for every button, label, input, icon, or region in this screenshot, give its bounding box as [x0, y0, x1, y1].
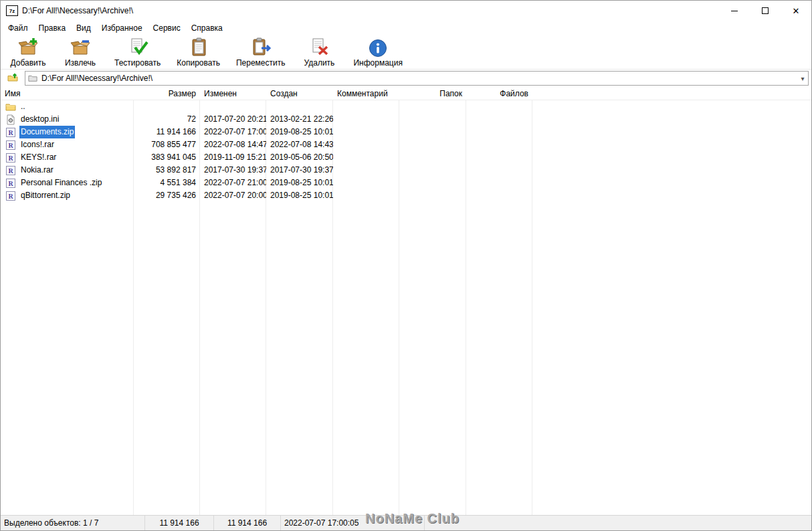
info-icon: [367, 37, 389, 58]
file-row[interactable]: RPersonal Finances .zip4 551 3842022-07-…: [1, 177, 811, 189]
toolbar-button-label: Удалить: [304, 58, 335, 68]
file-folders-cell: [399, 189, 466, 202]
menu-item-edit[interactable]: Правка: [33, 21, 72, 35]
file-size-cell: 72: [134, 113, 200, 126]
window-controls: ✕: [719, 1, 811, 21]
toolbar-button-label: Переместить: [236, 58, 286, 68]
file-row[interactable]: RKEYS!.rar383 941 0452019-11-09 15:21201…: [1, 151, 811, 164]
toolbar-button-move[interactable]: Переместить: [228, 35, 294, 68]
status-bar-filler: [425, 516, 811, 530]
file-comment-cell: [333, 164, 399, 177]
toolbar-button-extract[interactable]: Извлечь: [54, 35, 106, 68]
menu-item-view[interactable]: Вид: [71, 21, 96, 35]
close-icon: ✕: [793, 7, 800, 15]
address-dropdown-arrow-icon[interactable]: ▾: [797, 75, 808, 82]
file-files-cell: [466, 113, 532, 126]
file-comment-cell: [333, 151, 399, 164]
maximize-button[interactable]: [750, 1, 781, 21]
menu-item-favorites[interactable]: Избранное: [96, 21, 148, 35]
column-header-created[interactable]: Создан: [266, 87, 333, 100]
file-folders-cell: [399, 113, 466, 126]
file-modified-cell: 2022-07-07 17:00: [200, 126, 266, 138]
toolbar-button-label: Извлечь: [65, 58, 96, 68]
file-comment-cell: [333, 126, 399, 138]
up-one-level-button[interactable]: [5, 72, 21, 85]
archive-file-icon: R: [5, 165, 16, 176]
file-modified-cell: 2017-07-20 20:21: [200, 113, 266, 126]
column-header-name[interactable]: Имя: [1, 87, 134, 100]
column-header-comment[interactable]: Комментарий: [333, 87, 399, 100]
archive-file-icon: R: [5, 140, 16, 150]
minimize-button[interactable]: [719, 1, 750, 21]
file-name-cell: RIcons!.rar: [1, 138, 134, 151]
file-created-cell: [266, 100, 333, 113]
file-files-cell: [466, 138, 532, 151]
close-button[interactable]: ✕: [781, 1, 811, 21]
file-size-cell: 383 941 045: [134, 151, 200, 164]
file-name-text: Nokia.rar: [19, 164, 55, 177]
file-files-cell: [466, 100, 532, 113]
svg-text:R: R: [8, 167, 13, 175]
file-folders-cell: [399, 151, 466, 164]
file-comment-cell: [333, 189, 399, 202]
file-name-cell: ..: [1, 100, 134, 113]
file-size-cell: 4 551 384: [134, 177, 200, 189]
extract-archive-icon: [70, 37, 91, 58]
file-name-text: qBittorrent.zip: [19, 189, 72, 202]
archive-file-icon: R: [5, 127, 16, 138]
toolbar-button-delete[interactable]: Удалить: [293, 35, 345, 68]
toolbar-button-label: Информация: [353, 58, 402, 68]
status-panel-modified-timestamp: 2022-07-07 17:00:05: [281, 516, 425, 530]
toolbar-button-label: Тестировать: [114, 58, 161, 68]
toolbar-button-label: Добавить: [10, 58, 45, 68]
file-row[interactable]: desktop.ini722017-07-20 20:212013-02-21 …: [1, 113, 811, 126]
file-folders-cell: [399, 100, 466, 113]
svg-text:R: R: [8, 142, 13, 149]
toolbar-button-info[interactable]: Информация: [345, 35, 410, 68]
column-header-size[interactable]: Размер: [134, 87, 200, 100]
status-bar: Выделено объектов: 1 / 711 914 16611 914…: [1, 515, 811, 530]
title-bar: 7z D:\For All!\Necessary!\Archive!\ ✕: [1, 1, 811, 21]
toolbar-button-add[interactable]: Добавить: [2, 35, 54, 68]
file-row[interactable]: RIcons!.rar708 855 4772022-07-08 14:4720…: [1, 138, 811, 151]
column-header-folders[interactable]: Папок: [399, 87, 466, 100]
move-icon: [250, 37, 272, 58]
delete-icon: [308, 37, 330, 58]
file-created-cell: 2019-08-25 10:01: [266, 126, 333, 138]
file-comment-cell: [333, 177, 399, 189]
file-row[interactable]: ..: [1, 100, 811, 113]
file-row[interactable]: RDocuments.zip11 914 1662022-07-07 17:00…: [1, 126, 811, 138]
column-header-modified[interactable]: Изменен: [200, 87, 266, 100]
file-created-cell: 2017-07-30 19:37: [266, 164, 333, 177]
file-name-cell: RqBittorrent.zip: [1, 189, 134, 202]
file-folders-cell: [399, 126, 466, 138]
menu-item-help[interactable]: Справка: [186, 21, 228, 35]
file-size-cell: 708 855 477: [134, 138, 200, 151]
toolbar-button-copy[interactable]: Копировать: [169, 35, 228, 68]
7zip-window: 7z D:\For All!\Necessary!\Archive!\ ✕ Фа…: [0, 0, 812, 531]
svg-text:R: R: [8, 193, 13, 200]
address-path-text: D:\For All!\Necessary!\Archive!\: [41, 74, 797, 83]
file-files-cell: [466, 164, 532, 177]
file-size-cell: [134, 100, 200, 113]
column-header-files[interactable]: Файлов: [466, 87, 532, 100]
file-name-cell: RNokia.rar: [1, 164, 134, 177]
file-size-cell: 29 735 426: [134, 189, 200, 202]
file-created-cell: 2013-02-21 22:26: [266, 113, 333, 126]
address-path-input[interactable]: D:\For All!\Necessary!\Archive!\ ▾: [25, 71, 809, 86]
svg-text:R: R: [8, 180, 13, 187]
menu-item-tools[interactable]: Сервис: [148, 21, 186, 35]
file-created-cell: 2022-07-08 14:43: [266, 138, 333, 151]
file-folders-cell: [399, 138, 466, 151]
file-modified-cell: 2019-11-09 15:21: [200, 151, 266, 164]
file-comment-cell: [333, 100, 399, 113]
archive-file-icon: R: [5, 178, 16, 189]
menu-item-file[interactable]: Файл: [3, 21, 33, 35]
file-row[interactable]: RqBittorrent.zip29 735 4262022-07-07 20:…: [1, 189, 811, 202]
file-row[interactable]: RNokia.rar53 892 8172017-07-30 19:372017…: [1, 164, 811, 177]
column-header-filler: [532, 87, 811, 100]
file-name-cell: desktop.ini: [1, 113, 134, 126]
current-folder-icon: [28, 74, 37, 83]
toolbar-button-test[interactable]: Тестировать: [106, 35, 169, 68]
file-modified-cell: [200, 100, 266, 113]
